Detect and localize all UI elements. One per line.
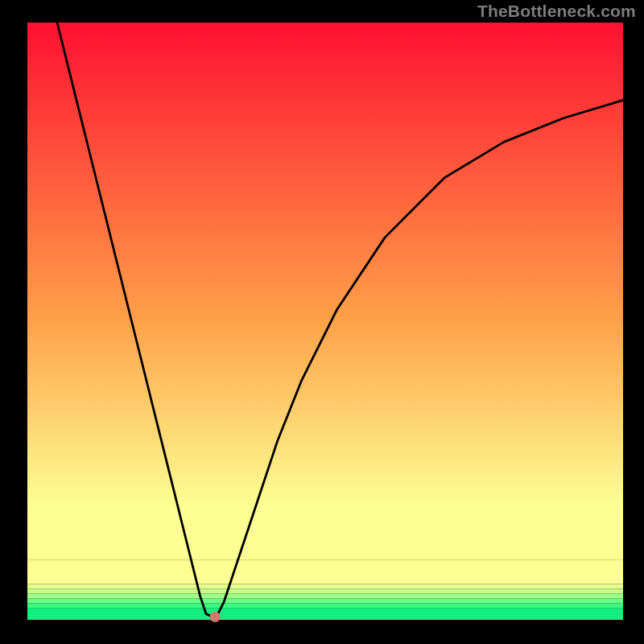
chart-frame: TheBottleneck.com — [0, 0, 644, 644]
band-2 — [27, 598, 623, 603]
band-0 — [27, 608, 623, 620]
band-6 — [27, 560, 623, 584]
marker-dot — [210, 612, 221, 622]
band-1 — [27, 603, 623, 608]
gradient-bg — [27, 23, 623, 560]
band-4 — [27, 588, 623, 593]
band-3 — [27, 593, 623, 598]
band-5 — [27, 584, 623, 588]
bottleneck-chart — [0, 0, 644, 644]
